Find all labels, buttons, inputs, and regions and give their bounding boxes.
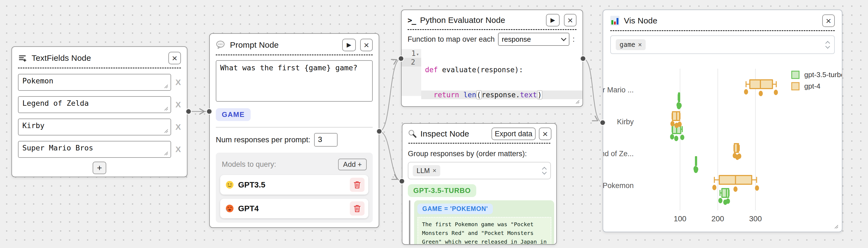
map-function-label: Function to map over each bbox=[408, 35, 495, 43]
svg-text:300: 300 bbox=[749, 215, 762, 223]
close-icon[interactable]: × bbox=[168, 52, 181, 64]
text-field-row: Super Mario Bros X bbox=[18, 141, 181, 158]
remove-field-button[interactable]: X bbox=[176, 122, 181, 132]
node-title: TextFields Node bbox=[32, 54, 91, 63]
header-divider bbox=[408, 29, 577, 30]
trash-icon bbox=[353, 205, 361, 213]
svg-text:gpt-3.5-turbo: gpt-3.5-turbo bbox=[804, 70, 842, 79]
num-responses-label: Num responses per prompt: bbox=[216, 135, 310, 144]
add-model-button[interactable]: Add + bbox=[338, 159, 367, 170]
group-indent-bar bbox=[409, 200, 410, 245]
model-item[interactable]: GPT4 bbox=[220, 199, 368, 218]
map-suffix: : bbox=[573, 35, 575, 43]
edge-arrow-icon bbox=[592, 116, 599, 123]
trash-icon bbox=[353, 181, 361, 189]
resize-handle-icon[interactable] bbox=[574, 99, 580, 104]
remove-field-button[interactable]: X bbox=[176, 145, 181, 154]
code-token: evaluate(response): bbox=[438, 66, 523, 74]
remove-tag-icon[interactable]: × bbox=[433, 167, 436, 175]
llm-group-badge: GPT-3.5-TURBO bbox=[408, 184, 476, 197]
fold-icon[interactable]: ▾ bbox=[416, 52, 419, 57]
group-by-label: Group responses by (order matters): bbox=[408, 150, 551, 158]
code-token: response. bbox=[482, 91, 520, 99]
delete-model-button[interactable] bbox=[350, 202, 365, 216]
map-scope-value: response bbox=[502, 35, 531, 43]
num-responses-input[interactable]: 3 bbox=[314, 133, 338, 147]
text-field-input[interactable]: Legend of Zelda bbox=[18, 96, 171, 113]
close-icon[interactable]: × bbox=[539, 128, 551, 140]
model-name: GPT4 bbox=[238, 204, 346, 213]
resize-handle-icon[interactable] bbox=[833, 223, 839, 229]
text-field-input[interactable]: Super Mario Bros bbox=[18, 141, 171, 158]
close-icon[interactable]: × bbox=[360, 39, 373, 51]
model-name: GPT3.5 bbox=[238, 180, 346, 189]
inspect-node[interactable]: Inspect Node Export data × Group respons… bbox=[402, 123, 557, 245]
edge-prompt-to-inspect[interactable] bbox=[379, 131, 402, 181]
resize-handle-icon[interactable] bbox=[163, 128, 168, 133]
resize-handle-icon[interactable] bbox=[163, 83, 168, 89]
header-divider bbox=[216, 55, 373, 55]
node-title: Prompt Node bbox=[230, 40, 279, 50]
response-line: Monsters Red" and "Pocket Monsters bbox=[422, 229, 547, 237]
textfields-node[interactable]: TextFields Node × Pokemon X Legend of Ze… bbox=[11, 46, 187, 177]
svg-text:Legend of Ze...: Legend of Ze... bbox=[603, 150, 634, 158]
svg-text:200: 200 bbox=[711, 215, 724, 223]
svg-text:100: 100 bbox=[674, 215, 687, 223]
code-token bbox=[459, 91, 463, 99]
template-variable-badge: GAME bbox=[216, 108, 251, 121]
terminal-icon: >_ bbox=[408, 16, 416, 25]
models-label: Models to query: bbox=[222, 160, 276, 169]
remove-field-button[interactable]: X bbox=[176, 78, 181, 87]
export-data-button[interactable]: Export data bbox=[492, 128, 536, 140]
node-editor-canvas[interactable]: { "canvas": { "background": "#efefef", "… bbox=[0, 0, 868, 248]
resize-handle-icon[interactable] bbox=[163, 150, 168, 156]
metavar-badge: GAME = 'POKEMON' bbox=[417, 204, 493, 214]
group-by-multiselect[interactable]: LLM × bbox=[408, 162, 551, 179]
hot-face-icon bbox=[225, 204, 234, 213]
speech-bubble-icon bbox=[216, 40, 225, 50]
delete-model-button[interactable] bbox=[350, 178, 365, 192]
line-number: 2 bbox=[411, 58, 415, 66]
text-field-input[interactable]: Pokemon bbox=[18, 74, 171, 91]
line-number: 1 bbox=[411, 49, 416, 58]
prompt-node[interactable]: Prompt Node ▶ × What was the first {game… bbox=[209, 33, 379, 228]
code-token: ) bbox=[537, 90, 542, 99]
text-field-row: Pokemon X bbox=[18, 74, 181, 91]
close-icon[interactable]: × bbox=[564, 14, 577, 26]
vis-node[interactable]: Vis Node × game × 100200300Super Mario .… bbox=[602, 9, 842, 232]
model-item[interactable]: GPT3.5 bbox=[220, 175, 368, 194]
response-line: Green" which were released in Japan in bbox=[422, 237, 547, 245]
code-editor[interactable]: 1▾ 2 def evaluate(response): return len(… bbox=[402, 49, 583, 96]
run-button[interactable]: ▶ bbox=[342, 39, 356, 51]
edge-prompt-to-evaluator[interactable] bbox=[379, 59, 401, 131]
slightly-smiling-face-icon bbox=[225, 180, 234, 189]
text-field-input[interactable]: Kirby bbox=[18, 119, 171, 135]
code-token bbox=[425, 91, 433, 99]
run-button[interactable]: ▶ bbox=[546, 14, 560, 26]
textfields-icon bbox=[18, 54, 27, 63]
boxplot-chart[interactable]: 100200300Super Mario ...KirbyLegend of Z… bbox=[603, 10, 842, 231]
magnifier-icon bbox=[408, 129, 417, 138]
remove-field-button[interactable]: X bbox=[176, 100, 181, 109]
code-gutter: 1▾ 2 bbox=[402, 49, 421, 96]
llm-response-text[interactable]: The first Pokemon game was "Pocket Monst… bbox=[417, 217, 551, 245]
code-token: text bbox=[520, 91, 537, 99]
add-field-button[interactable]: + bbox=[93, 162, 106, 174]
code-line[interactable]: def evaluate(response): bbox=[421, 65, 583, 74]
header-divider bbox=[408, 143, 550, 144]
map-scope-select[interactable]: response bbox=[498, 33, 569, 46]
response-group: GAME = 'POKEMON' The first Pokemon game … bbox=[414, 200, 554, 245]
node-title: Python Evaluator Node bbox=[420, 16, 505, 25]
python-evaluator-node[interactable]: >_ Python Evaluator Node ▶ × Function to… bbox=[401, 9, 583, 107]
resize-handle-icon[interactable] bbox=[163, 105, 168, 111]
edge-evaluator-to-vis[interactable] bbox=[583, 59, 602, 123]
code-token: ( bbox=[476, 90, 482, 99]
svg-text:Pokemon: Pokemon bbox=[603, 182, 634, 190]
text-field-row: Kirby X bbox=[18, 119, 181, 135]
select-chevrons-icon bbox=[543, 167, 546, 174]
code-line[interactable]: return len(response.text) bbox=[421, 91, 583, 99]
group-tag[interactable]: LLM × bbox=[413, 165, 440, 176]
prompt-text-input[interactable]: What was the first {game} game? bbox=[216, 60, 373, 102]
models-panel: Models to query: Add + GPT3.5 bbox=[216, 153, 373, 223]
header-divider bbox=[18, 68, 181, 68]
